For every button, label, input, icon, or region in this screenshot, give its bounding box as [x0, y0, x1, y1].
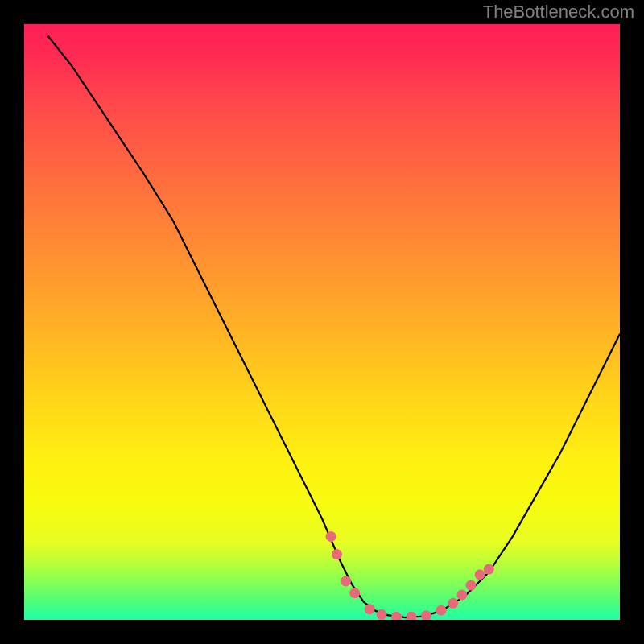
data-point	[484, 564, 494, 575]
data-point	[456, 589, 467, 600]
data-point	[448, 598, 458, 609]
data-point	[349, 588, 360, 598]
data-point	[407, 612, 417, 620]
curve-line	[48, 36, 620, 617]
scatter-markers	[326, 531, 494, 620]
data-point	[421, 610, 431, 620]
data-point	[436, 605, 447, 616]
data-point	[365, 604, 375, 614]
data-point	[475, 569, 485, 580]
chart-container: TheBottleneck.com	[0, 0, 644, 644]
data-point	[341, 576, 351, 586]
data-point	[391, 612, 402, 620]
data-point	[326, 531, 336, 542]
data-point	[466, 580, 477, 591]
curve-path	[48, 36, 620, 617]
chart-svg	[24, 24, 620, 620]
data-point	[332, 549, 342, 559]
watermark: TheBottleneck.com	[483, 2, 634, 23]
plot-area	[24, 24, 620, 620]
data-point	[377, 609, 387, 620]
